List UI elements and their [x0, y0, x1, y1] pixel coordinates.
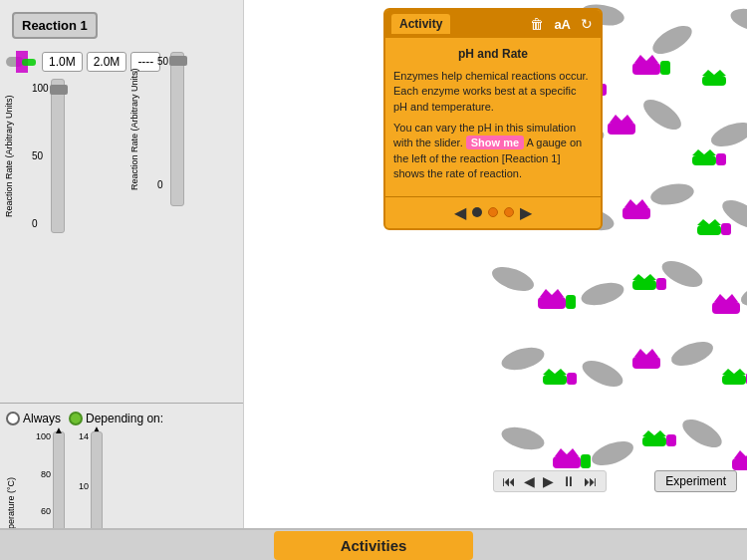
- svg-marker-63: [624, 199, 648, 207]
- svg-rect-43: [716, 153, 726, 165]
- svg-rect-82: [632, 280, 656, 290]
- activity-tab[interactable]: Activity: [391, 14, 450, 34]
- nav-prev-button[interactable]: ◀: [454, 203, 466, 222]
- svg-marker-20: [702, 70, 726, 76]
- svg-rect-117: [553, 456, 581, 468]
- y-axis-label-top: Reaction Rate (Arbitrary Units): [4, 79, 32, 233]
- svg-point-112: [589, 436, 636, 470]
- playback-controls: ⏮ ◀ ▶ ⏸ ⏭: [493, 470, 607, 492]
- refresh-icon-btn[interactable]: ↻: [579, 16, 595, 32]
- molarity-1-button[interactable]: 1.0M: [42, 52, 83, 72]
- nav-dot-2[interactable]: [488, 207, 498, 217]
- popup-paragraph-1: Enzymes help chemical reactions occur. E…: [393, 69, 593, 115]
- enzyme-20: [632, 274, 666, 290]
- pause-button[interactable]: ⏸: [560, 473, 578, 489]
- scale-50-2: 50: [157, 56, 168, 67]
- radio-row: Always Depending on:: [6, 412, 237, 425]
- svg-point-73: [579, 279, 626, 310]
- svg-rect-79: [538, 297, 566, 309]
- svg-rect-39: [608, 123, 635, 135]
- svg-marker-17: [634, 55, 658, 63]
- svg-marker-124: [734, 450, 747, 458]
- always-radio[interactable]: Always: [6, 412, 61, 425]
- show-me-button[interactable]: Show me: [466, 136, 524, 149]
- popup-header: Activity 🗑 aA ↻: [385, 10, 601, 38]
- svg-marker-86: [714, 294, 738, 302]
- simulation-area: Activity 🗑 aA ↻ pH and Rate Enzymes help…: [244, 0, 747, 528]
- svg-marker-104: [634, 349, 658, 357]
- svg-rect-103: [632, 357, 660, 369]
- y-axis-label-2: Reaction Rate (Arbitrary Units): [129, 52, 157, 206]
- enzyme-29: [642, 430, 676, 446]
- svg-point-72: [489, 262, 537, 296]
- left-panel: Reaction 1 1.0M 2.0M ---- Reaction Rate …: [0, 0, 244, 528]
- svg-rect-64: [697, 225, 721, 235]
- enzyme-4: [702, 70, 726, 86]
- svg-rect-16: [632, 63, 660, 75]
- reaction-button[interactable]: Reaction 1: [12, 12, 98, 39]
- depending-radio[interactable]: Depending on:: [69, 412, 163, 425]
- font-size-icon-btn[interactable]: aA: [552, 17, 573, 32]
- activities-button[interactable]: Activities: [274, 531, 473, 560]
- enzyme-28: [553, 448, 591, 468]
- svg-point-54: [649, 180, 696, 207]
- svg-point-95: [668, 337, 716, 371]
- scale-0-2: 0: [157, 179, 168, 190]
- enzyme-10: [692, 149, 726, 165]
- nav-next-button[interactable]: ▶: [520, 203, 532, 222]
- svg-rect-81: [566, 295, 576, 309]
- next-button[interactable]: ⏭: [582, 473, 600, 489]
- svg-point-31: [638, 94, 686, 136]
- play-button[interactable]: ▶: [541, 473, 556, 489]
- svg-rect-18: [660, 61, 670, 75]
- svg-marker-65: [697, 219, 721, 225]
- top-controls: 1.0M 2.0M ----: [0, 47, 243, 77]
- rewind-button[interactable]: ⏮: [500, 473, 518, 489]
- svg-rect-66: [721, 223, 731, 235]
- svg-point-32: [708, 118, 747, 151]
- enzyme-16: [697, 219, 731, 235]
- svg-point-6: [728, 5, 747, 36]
- enzyme-21: [712, 294, 740, 314]
- enzyme-9: [608, 115, 635, 135]
- svg-marker-80: [540, 289, 564, 297]
- prev-button[interactable]: ◀: [522, 473, 537, 489]
- svg-rect-19: [702, 76, 726, 86]
- delete-icon-btn[interactable]: 🗑: [528, 16, 546, 32]
- svg-rect-41: [692, 155, 716, 165]
- svg-rect-2: [22, 59, 36, 66]
- nav-dot-1[interactable]: [472, 207, 482, 217]
- svg-marker-101: [543, 369, 567, 375]
- svg-marker-42: [692, 149, 716, 155]
- svg-marker-118: [555, 448, 579, 456]
- popup-title: pH and Rate: [393, 46, 593, 63]
- enzyme-26: [722, 369, 747, 385]
- svg-point-94: [579, 356, 626, 393]
- svg-rect-119: [581, 454, 591, 468]
- enzyme-30: [732, 450, 747, 470]
- scale-50: 50: [32, 150, 49, 161]
- always-radio-circle[interactable]: [6, 412, 20, 425]
- svg-rect-62: [622, 207, 650, 219]
- svg-point-93: [499, 344, 547, 375]
- scale-0: 0: [32, 218, 49, 229]
- depending-radio-circle[interactable]: [69, 412, 83, 425]
- svg-rect-123: [732, 458, 747, 470]
- svg-rect-120: [642, 436, 666, 446]
- ph-10: 10: [79, 481, 89, 491]
- svg-marker-106: [722, 369, 746, 375]
- enzyme-24: [543, 369, 577, 385]
- chart-slider-2[interactable]: [169, 56, 187, 66]
- svg-point-113: [678, 414, 726, 452]
- svg-rect-100: [543, 375, 567, 385]
- molarity-2-button[interactable]: 2.0M: [87, 52, 127, 72]
- scale-100: 100: [32, 83, 49, 94]
- nav-dot-3[interactable]: [504, 207, 514, 217]
- temp-arrow-up[interactable]: ▲: [54, 424, 64, 435]
- svg-rect-102: [567, 373, 577, 385]
- svg-rect-84: [656, 278, 666, 290]
- svg-marker-83: [632, 274, 656, 280]
- chart-slider-1[interactable]: [50, 85, 68, 95]
- experiment-button[interactable]: Experiment: [654, 470, 737, 492]
- svg-rect-122: [666, 434, 676, 446]
